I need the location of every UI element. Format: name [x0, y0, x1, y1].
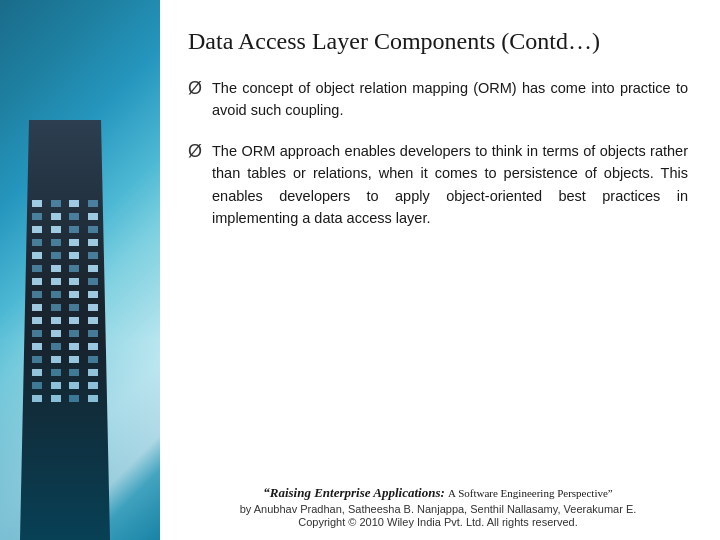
- bullet-item-2: Ø The ORM approach enables developers to…: [188, 140, 688, 230]
- footer-copyright: Copyright © 2010 Wiley India Pvt. Ltd. A…: [188, 516, 688, 528]
- footer-authors: by Anubhav Pradhan, Satheesha B. Nanjapp…: [188, 503, 688, 515]
- footer-book-title: “Raising Enterprise Applications: A Soft…: [188, 485, 688, 501]
- bullet-text-2: The ORM approach enables developers to t…: [212, 140, 688, 230]
- bullet-text-1: The concept of object relation mapping (…: [212, 77, 688, 122]
- bullet-arrow-2: Ø: [188, 141, 202, 162]
- slide-footer: “Raising Enterprise Applications: A Soft…: [188, 477, 688, 528]
- teal-overlay: [0, 340, 160, 540]
- left-image-panel: [0, 0, 160, 540]
- bullet-arrow-1: Ø: [188, 78, 202, 99]
- content-area: Ø The concept of object relation mapping…: [188, 77, 688, 477]
- footer-book-subtitle: A Software Engineering Perspective”: [448, 487, 613, 499]
- content-panel: Data Access Layer Components (Contd…) Ø …: [160, 0, 720, 540]
- slide-title: Data Access Layer Components (Contd…): [188, 28, 688, 55]
- bullet-item-1: Ø The concept of object relation mapping…: [188, 77, 688, 122]
